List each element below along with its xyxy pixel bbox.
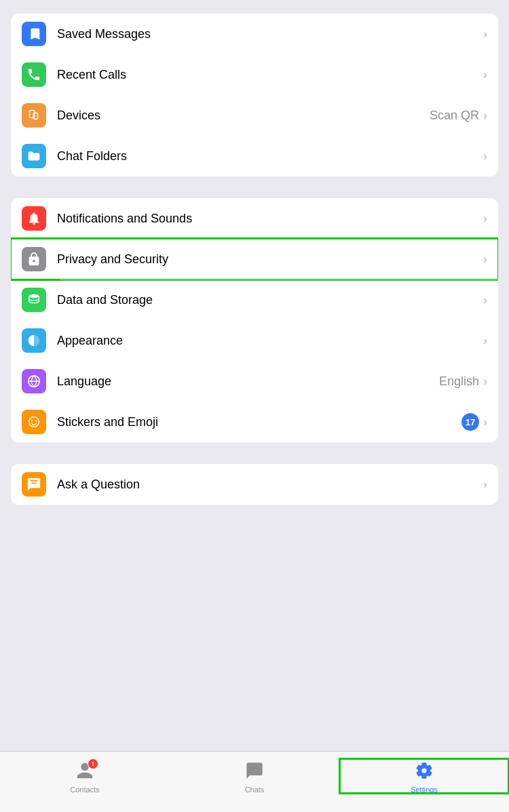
- chats-tab-label: Chats: [245, 786, 265, 794]
- svg-point-7: [35, 420, 37, 421]
- appearance-icon: [22, 328, 46, 353]
- gear-icon: [415, 761, 434, 780]
- data-storage-icon: [22, 288, 46, 312]
- contacts-notification-badge: !: [88, 758, 98, 769]
- stickers-emoji-row[interactable]: Stickers and Emoji 17 ›: [11, 402, 498, 442]
- saved-messages-chevron: ›: [483, 27, 487, 41]
- language-value: English: [439, 374, 479, 389]
- data-storage-label: Data and Storage: [57, 293, 483, 307]
- appearance-row[interactable]: Appearance ›: [11, 320, 498, 361]
- saved-messages-label: Saved Messages: [57, 27, 483, 41]
- stickers-chevron: ›: [483, 415, 487, 429]
- recent-calls-label: Recent Calls: [57, 68, 483, 82]
- settings-group-2: Notifications and Sounds › Privacy and S…: [11, 198, 498, 442]
- svg-point-2: [29, 294, 39, 298]
- privacy-chevron: ›: [483, 252, 487, 267]
- chats-tab[interactable]: Chats: [170, 758, 339, 794]
- language-chevron: ›: [483, 374, 487, 389]
- devices-value: Scan QR: [430, 109, 479, 123]
- contacts-tab[interactable]: ! Contacts: [0, 758, 170, 794]
- chat-folders-chevron: ›: [483, 149, 487, 163]
- notifications-row[interactable]: Notifications and Sounds ›: [11, 198, 498, 239]
- language-label: Language: [57, 374, 439, 389]
- contacts-tab-icon-wrap: !: [73, 758, 97, 783]
- ask-question-label: Ask a Question: [57, 478, 483, 492]
- settings-group-3: Ask a Question ›: [11, 464, 498, 505]
- saved-messages-row[interactable]: Saved Messages ›: [11, 14, 498, 54]
- appearance-chevron: ›: [483, 334, 487, 348]
- settings-tab-label: Settings: [411, 786, 438, 794]
- devices-chevron: ›: [483, 109, 487, 123]
- settings-group-1: Saved Messages › Recent Calls › Devices …: [11, 14, 498, 176]
- tab-bar: ! Contacts Chats Settings: [0, 751, 509, 812]
- privacy-label: Privacy and Security: [57, 252, 483, 267]
- stickers-badge: 17: [461, 413, 479, 431]
- notifications-label: Notifications and Sounds: [57, 212, 483, 226]
- chat-folders-row[interactable]: Chat Folders ›: [11, 136, 498, 176]
- svg-rect-0: [30, 111, 35, 118]
- language-icon: [22, 369, 46, 393]
- notifications-chevron: ›: [483, 212, 487, 226]
- stickers-label: Stickers and Emoji: [57, 415, 461, 429]
- settings-tab[interactable]: Settings: [339, 758, 509, 794]
- recent-calls-icon: [22, 62, 46, 87]
- privacy-icon: [22, 247, 46, 271]
- data-storage-chevron: ›: [483, 293, 487, 307]
- recent-calls-chevron: ›: [483, 68, 487, 82]
- contacts-tab-label: Contacts: [70, 786, 99, 794]
- notifications-icon: [22, 206, 46, 231]
- devices-row[interactable]: Devices Scan QR ›: [11, 95, 498, 136]
- stickers-icon: [22, 410, 46, 434]
- chat-folders-icon: [22, 144, 46, 168]
- chats-tab-icon-wrap: [242, 758, 267, 783]
- settings-tab-icon-wrap: [412, 758, 436, 783]
- language-row[interactable]: Language English ›: [11, 361, 498, 402]
- svg-point-6: [31, 420, 33, 421]
- privacy-security-row[interactable]: Privacy and Security ›: [11, 239, 498, 279]
- appearance-label: Appearance: [57, 334, 483, 348]
- data-storage-row[interactable]: Data and Storage ›: [11, 279, 498, 320]
- chat-folders-label: Chat Folders: [57, 149, 483, 163]
- recent-calls-row[interactable]: Recent Calls ›: [11, 54, 498, 95]
- settings-content: Saved Messages › Recent Calls › Devices …: [0, 0, 509, 812]
- chat-icon: [245, 761, 264, 780]
- saved-messages-icon: [22, 22, 46, 46]
- ask-question-chevron: ›: [483, 478, 487, 492]
- ask-question-row[interactable]: Ask a Question ›: [11, 464, 498, 505]
- devices-icon: [22, 103, 46, 128]
- ask-question-icon: [22, 472, 46, 497]
- devices-label: Devices: [57, 109, 430, 123]
